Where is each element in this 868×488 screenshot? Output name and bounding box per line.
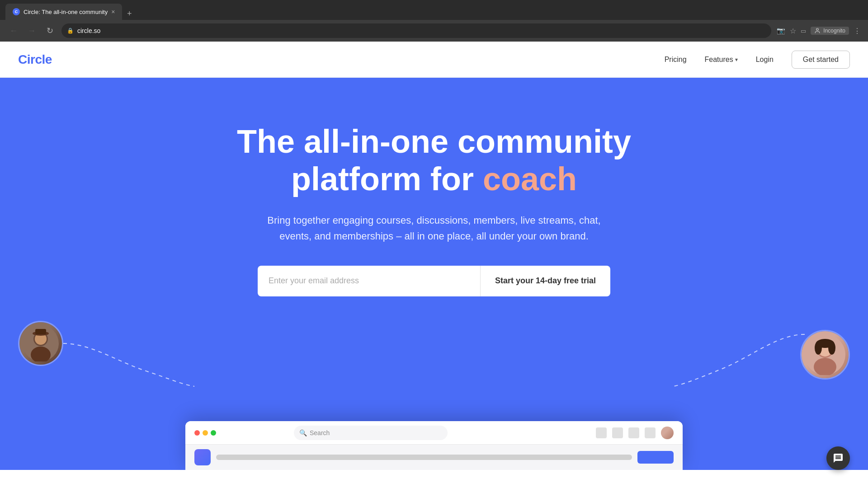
address-bar[interactable]: 🔒 circle.so	[61, 23, 771, 38]
hero-title-highlight: coach	[483, 161, 577, 197]
hero-title: The all-in-one community platform for co…	[237, 123, 631, 198]
content-icon	[194, 449, 211, 465]
dashboard-search[interactable]: 🔍 Search	[294, 426, 448, 440]
nav-links: Pricing Features ▾ Login Get started	[665, 51, 850, 69]
maximize-dot	[211, 430, 216, 436]
avatar-left	[18, 321, 63, 366]
avatar-right-image	[802, 331, 849, 378]
lock-icon: 🔒	[67, 28, 74, 34]
dashboard-preview: 🔍 Search	[185, 421, 683, 470]
nav-features[interactable]: Features ▾	[705, 56, 738, 64]
tab-close-button[interactable]: ×	[111, 8, 115, 15]
email-input[interactable]	[258, 266, 481, 296]
avatar-left-image	[19, 322, 62, 365]
reload-button[interactable]: ↻	[43, 24, 56, 37]
bookmark-button[interactable]: ☆	[790, 27, 796, 35]
trial-start-button[interactable]: Start your 14-day free trial	[481, 266, 610, 296]
user-avatar	[661, 427, 674, 439]
site-navigation: Circle Pricing Features ▾ Login Get star…	[0, 42, 868, 78]
dashboard-actions	[596, 427, 674, 439]
new-tab-button[interactable]: +	[123, 7, 136, 20]
browser-chrome: C Circle: The all-in-one community × +	[0, 0, 868, 20]
content-text	[216, 455, 632, 460]
hero-section: The all-in-one community platform for co…	[0, 78, 868, 470]
avatar-right	[800, 330, 850, 380]
back-button[interactable]: ←	[7, 24, 20, 37]
svg-point-12	[815, 341, 822, 355]
hero-subtitle: Bring together engaging courses, discuss…	[258, 212, 610, 244]
site-logo[interactable]: Circle	[18, 52, 52, 67]
dashed-lines	[0, 307, 868, 398]
content-button	[637, 451, 674, 464]
dashboard-topbar: 🔍 Search	[185, 421, 683, 445]
hero-cta-area: Start your 14-day free trial	[258, 266, 610, 296]
address-text: circle.so	[77, 27, 100, 34]
chevron-down-icon: ▾	[735, 56, 738, 63]
message-icon	[612, 427, 623, 438]
svg-point-0	[816, 28, 819, 31]
browser-toolbar: ← → ↻ 🔒 circle.so 📷 ☆ ▭ Incognito ⋮	[0, 20, 868, 42]
chat-bubble-button[interactable]	[826, 446, 850, 470]
close-dot	[194, 430, 200, 436]
dashboard-content	[185, 445, 683, 470]
browser-menu-button[interactable]: ⋮	[854, 27, 861, 35]
settings-icon	[645, 427, 656, 438]
active-tab[interactable]: C Circle: The all-in-one community ×	[5, 4, 122, 20]
features-label: Features	[705, 56, 733, 64]
bookmark-icon	[628, 427, 639, 438]
minimize-dot	[203, 430, 208, 436]
camera-button[interactable]: 📷	[777, 27, 785, 35]
svg-rect-6	[35, 329, 46, 334]
nav-login[interactable]: Login	[756, 56, 774, 64]
tab-favicon: C	[13, 8, 20, 15]
nav-get-started-button[interactable]: Get started	[792, 51, 850, 69]
nav-pricing[interactable]: Pricing	[665, 56, 687, 64]
forward-button[interactable]: →	[25, 24, 38, 37]
search-placeholder: Search	[310, 429, 330, 436]
cast-button[interactable]: ▭	[801, 28, 806, 34]
incognito-badge: Incognito	[811, 27, 849, 35]
svg-point-13	[828, 341, 835, 355]
tab-title: Circle: The all-in-one community	[24, 9, 108, 15]
notification-icon	[596, 427, 607, 438]
search-icon: 🔍	[299, 429, 307, 436]
browser-action-buttons: 📷 ☆ ▭ Incognito ⋮	[777, 27, 861, 35]
window-dots	[194, 430, 216, 436]
browser-tabs: C Circle: The all-in-one community × +	[5, 0, 136, 20]
